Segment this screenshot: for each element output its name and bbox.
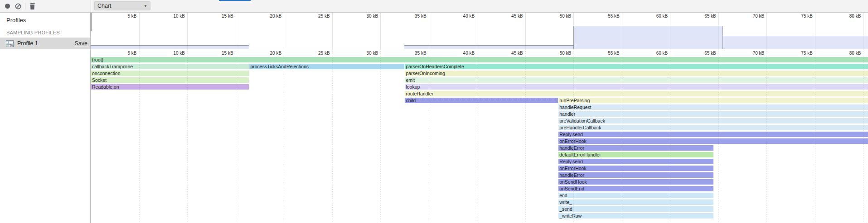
chart-grid-line <box>573 49 574 223</box>
record-button[interactable] <box>2 1 13 12</box>
flame-frame[interactable]: handleError <box>558 145 713 151</box>
profiler-controls <box>0 0 91 12</box>
flame-frame[interactable]: onSendEnd <box>558 186 713 191</box>
chart-grid-line <box>284 49 284 223</box>
flame-frame[interactable]: callbackTrampoline <box>91 64 249 69</box>
flame-frame[interactable]: onconnection <box>91 71 249 76</box>
flame-frame[interactable]: preHandlerCallback <box>558 125 868 130</box>
overview-grid-line <box>525 12 526 49</box>
flame-frame[interactable]: defaultErrorHandler <box>558 152 713 157</box>
view-mode-select[interactable]: Chart ▼ <box>94 1 150 10</box>
flame-chart-rows: (root)callbackTrampolineprocessTicksAndR… <box>91 49 868 223</box>
flame-frame[interactable]: Reply.send <box>558 132 868 137</box>
view-mode-value: Chart <box>97 3 112 9</box>
overview-step-low <box>404 45 573 49</box>
chart-grid-line <box>622 49 622 223</box>
memory-overview[interactable]: 5 kB10 kB15 kB20 kB25 kB30 kB35 kB40 kB4… <box>91 12 868 49</box>
overview-grid-line <box>477 12 477 49</box>
overview-grid-line <box>236 12 236 49</box>
flame-frame[interactable]: onErrorHook <box>558 138 868 144</box>
overview-grid-line <box>380 12 381 49</box>
chart-grid-line <box>332 49 333 223</box>
active-tab-indicator <box>219 0 251 1</box>
chart-grid-line <box>187 49 188 223</box>
overview-ruler-label: 10 kB <box>173 14 187 19</box>
chart-grid-line <box>766 49 767 223</box>
overview-ruler-label: 35 kB <box>415 14 429 19</box>
toolbar-divider <box>25 3 25 9</box>
overview-step-high <box>573 26 723 49</box>
heap-profiler-panel: { "app": { "accent_color": "#2d7bd9" }, … <box>0 0 868 223</box>
overview-ruler-label: 30 kB <box>367 14 381 19</box>
save-profile-link[interactable]: Save <box>75 40 88 47</box>
overview-grid-line <box>187 12 188 49</box>
flame-frame[interactable]: handleError <box>558 172 713 178</box>
flame-frame[interactable]: handler <box>558 111 868 117</box>
overview-ruler-label: 25 kB <box>318 14 332 19</box>
chart-grid-line <box>139 49 140 223</box>
flame-frame[interactable]: _send <box>558 206 713 212</box>
overview-step-mid <box>723 36 868 49</box>
allocation-sampling-chart: 5 kB10 kB15 kB20 kB25 kB30 kB35 kB40 kB4… <box>91 12 868 223</box>
svg-text:%: % <box>10 43 13 47</box>
overview-ruler-label: 50 kB <box>560 14 574 19</box>
overview-ruler-label: 60 kB <box>656 14 670 19</box>
flame-frame[interactable]: routeHandler <box>404 91 868 96</box>
trash-icon <box>29 3 35 9</box>
toolbar: Chart ▼ <box>0 0 868 13</box>
circle-slash-icon <box>15 3 21 9</box>
flame-frame[interactable]: Socket <box>91 77 249 83</box>
sidebar-title: Profiles <box>6 17 90 24</box>
flame-frame[interactable]: parserOnHeadersComplete <box>404 64 868 69</box>
flame-frame[interactable]: end <box>558 193 713 198</box>
flame-frame[interactable]: (root) <box>91 57 868 62</box>
sampling-profiles-header: SAMPLING PROFILES <box>6 30 90 35</box>
profile-item-profile-1[interactable]: % Profile 1 Save <box>0 38 90 49</box>
chart-toolbar: Chart ▼ <box>91 0 868 12</box>
overview-ruler-label: 40 kB <box>463 14 477 19</box>
flame-frame[interactable]: Readable.on <box>91 84 249 90</box>
overview-ruler-label: 5 kB <box>128 14 139 19</box>
chart-grid-line <box>477 49 477 223</box>
overview-ruler-label: 20 kB <box>270 14 284 19</box>
record-circle-icon <box>5 4 10 9</box>
chart-grid-line <box>718 49 719 223</box>
profile-name: Profile 1 <box>17 40 38 47</box>
flame-frame[interactable]: write_ <box>558 199 713 205</box>
overview-ruler-label: 15 kB <box>222 14 236 19</box>
overview-grid-line <box>332 12 333 49</box>
profiles-sidebar: Profiles SAMPLING PROFILES % Profile 1 S… <box>0 12 91 223</box>
flame-frame[interactable]: preValidationCallback <box>558 118 868 123</box>
overview-step-low <box>91 45 249 49</box>
overview-ruler-label: 55 kB <box>608 14 622 19</box>
clear-all-button[interactable] <box>13 1 24 12</box>
overview-ruler-label: 75 kB <box>801 14 815 19</box>
flame-frame[interactable]: processTicksAndRejections <box>249 64 404 69</box>
chevron-down-icon: ▼ <box>144 4 147 8</box>
flame-frame[interactable]: emit <box>404 77 868 83</box>
flame-frame[interactable]: runPreParsing <box>558 98 868 103</box>
flame-frame[interactable]: parserOnIncoming <box>404 71 868 76</box>
chart-grid-line <box>670 49 670 223</box>
overview-ruler-label: 45 kB <box>511 14 525 19</box>
flame-frame[interactable]: lookup <box>404 84 868 90</box>
overview-grid-line <box>284 12 284 49</box>
overview-grid-line <box>429 12 429 49</box>
chart-grid-line <box>429 49 429 223</box>
chart-grid-line <box>380 49 381 223</box>
chart-grid-line <box>525 49 526 223</box>
overview-range-grip[interactable] <box>91 13 92 31</box>
chart-grid-line <box>236 49 236 223</box>
flame-frame[interactable]: Reply.send <box>558 159 713 164</box>
flame-frame[interactable]: onSendHook <box>558 179 713 185</box>
chart-grid-line <box>815 49 815 223</box>
flame-frame[interactable]: handleRequest <box>558 104 868 110</box>
delete-profile-button[interactable] <box>27 1 38 12</box>
flame-frame[interactable]: _writeRaw <box>558 213 713 218</box>
overview-ruler-label: 70 kB <box>753 14 767 19</box>
overview-grid-line <box>139 12 140 49</box>
flame-frame[interactable]: child <box>404 98 558 103</box>
overview-ruler-label: 80 kB <box>849 14 863 19</box>
flame-frame[interactable]: onErrorHook <box>558 166 713 171</box>
heap-profile-icon: % <box>6 40 14 47</box>
